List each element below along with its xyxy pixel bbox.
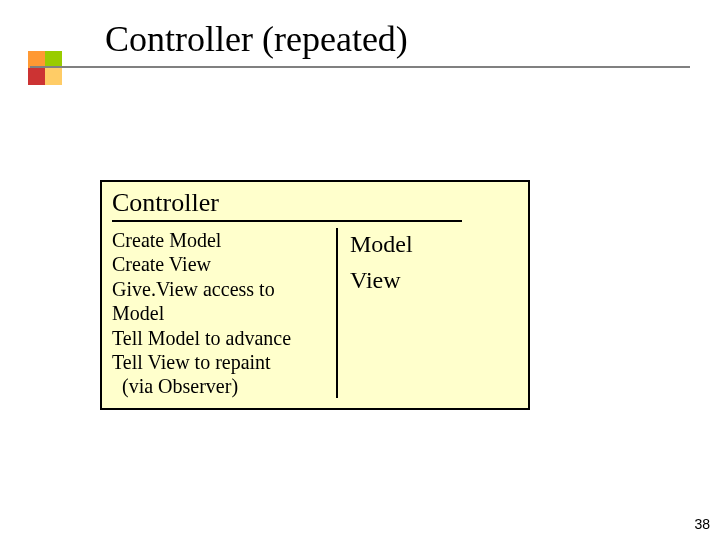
list-item: (via Observer)	[112, 374, 330, 398]
decoration-square	[28, 68, 45, 85]
component-label: Model	[350, 226, 413, 262]
controller-box: Controller Create Model Create View Give…	[100, 180, 530, 410]
controller-responsibilities-list: Create Model Create View Give.View acces…	[112, 228, 330, 399]
list-item: Tell Model to advance	[112, 326, 330, 350]
list-item: Create Model	[112, 228, 330, 252]
page-number: 38	[694, 516, 710, 532]
title-underline	[30, 66, 690, 68]
list-item: Tell View to repaint	[112, 350, 330, 374]
component-label: View	[350, 262, 413, 298]
list-item: Give.View access to	[112, 277, 330, 301]
components-list: Model View	[350, 226, 413, 298]
box-header-underline	[112, 220, 462, 222]
list-item: Create View	[112, 252, 330, 276]
vertical-divider	[336, 228, 338, 398]
box-header: Controller	[112, 188, 219, 218]
decoration-square	[45, 68, 62, 85]
list-item: Model	[112, 301, 330, 325]
slide-title: Controller (repeated)	[105, 18, 408, 60]
